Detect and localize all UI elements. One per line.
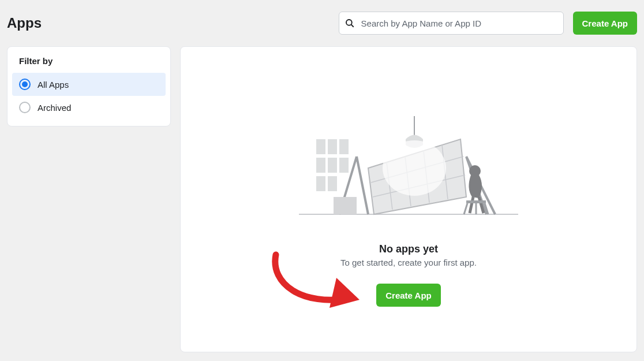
content-area: Filter by All Apps Archived: [0, 46, 644, 361]
empty-state-title: No apps yet: [379, 243, 438, 255]
svg-point-0: [346, 20, 352, 25]
search-input[interactable]: [339, 12, 564, 35]
svg-rect-4: [328, 139, 337, 154]
svg-point-20: [383, 140, 446, 196]
svg-rect-7: [328, 158, 337, 173]
filter-label: All Apps: [38, 80, 69, 90]
svg-rect-9: [316, 176, 325, 191]
header-bar: Apps Create App: [0, 0, 644, 46]
svg-line-1: [351, 25, 353, 27]
create-app-button-header[interactable]: Create App: [573, 12, 637, 35]
svg-line-23: [464, 203, 467, 214]
svg-rect-6: [316, 158, 325, 173]
svg-rect-8: [339, 158, 349, 173]
svg-rect-22: [466, 200, 486, 203]
filter-item-all-apps[interactable]: All Apps: [12, 73, 166, 96]
svg-rect-5: [339, 139, 349, 154]
svg-rect-3: [316, 139, 325, 154]
empty-state-subtitle: To get started, create your first app.: [340, 258, 477, 267]
filter-sidebar: Filter by All Apps Archived: [7, 46, 171, 126]
page-title: Apps: [7, 15, 42, 31]
svg-rect-10: [328, 176, 337, 191]
empty-state-illustration: [293, 81, 524, 220]
search-wrapper: [339, 12, 564, 35]
create-app-button-main[interactable]: Create App: [376, 284, 440, 307]
svg-rect-18: [334, 197, 357, 214]
filter-label: Archived: [38, 103, 71, 113]
radio-unchecked-icon: [19, 102, 31, 113]
search-icon: [345, 18, 355, 28]
radio-checked-icon: [19, 79, 31, 90]
main-panel: No apps yet To get started, create your …: [180, 46, 637, 352]
filter-heading: Filter by: [12, 56, 166, 73]
annotation-arrow-icon: [267, 243, 383, 312]
filter-item-archived[interactable]: Archived: [12, 96, 166, 119]
